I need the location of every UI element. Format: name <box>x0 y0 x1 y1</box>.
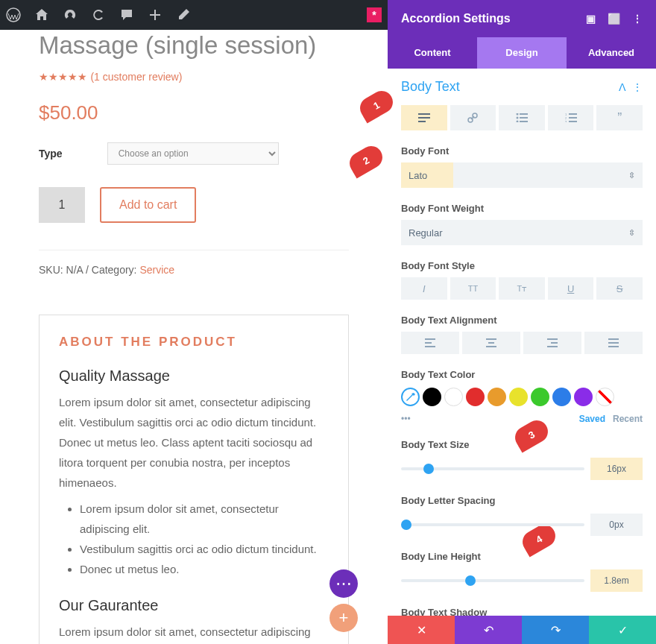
star-rating: ★★★★★ <box>39 71 87 83</box>
align-left[interactable] <box>401 332 459 354</box>
about-heading-2: Our Gaurantee <box>59 597 329 614</box>
product-title: Massage (single session) <box>39 31 349 60</box>
style-italic[interactable]: I <box>401 277 447 300</box>
tab-content[interactable]: Content <box>388 37 477 69</box>
plus-icon[interactable] <box>148 7 163 22</box>
text-type-ul[interactable] <box>499 105 545 130</box>
list-item: Donec ut metus leo. <box>80 559 329 579</box>
review-link[interactable]: (1 customer review) <box>90 71 182 83</box>
edit-icon[interactable] <box>176 7 191 22</box>
cancel-button[interactable]: ✕ <box>388 616 455 644</box>
expand-icon[interactable]: ⬜ <box>608 13 620 25</box>
text-type-row: 123 ” <box>401 105 643 130</box>
add-fab[interactable]: + <box>329 604 358 632</box>
type-select[interactable]: Choose an option <box>107 142 279 165</box>
lineheight-slider[interactable] <box>401 579 584 582</box>
comment-icon[interactable] <box>119 7 134 22</box>
about-text-1: Lorem ipsum dolor sit amet, consectetur … <box>59 392 329 493</box>
spacing-value[interactable]: 0px <box>590 514 643 536</box>
swatch-purple[interactable] <box>574 388 593 406</box>
about-accordion: ABOUT THE PRODUCT Quality Massage Lorem … <box>39 315 349 644</box>
save-button[interactable]: ✓ <box>589 616 656 644</box>
list-item: Vestibulum sagittis orci ac odio dictum … <box>80 539 329 559</box>
svg-rect-15 <box>569 121 577 122</box>
refresh-icon[interactable] <box>91 7 106 22</box>
svg-rect-5 <box>520 113 528 115</box>
size-slider[interactable] <box>401 467 584 470</box>
panel-header: Accordion Settings ▣ ⬜ ⋮ <box>388 0 656 37</box>
swatch-blue[interactable] <box>552 388 571 406</box>
color-label: Body Text Color <box>401 369 643 380</box>
weight-select[interactable]: Regular⇳ <box>401 220 643 245</box>
callout-1: 1 <box>388 87 397 124</box>
svg-text:3: 3 <box>565 120 567 122</box>
style-uppercase[interactable]: TT <box>450 277 496 300</box>
spacing-label: Body Letter Spacing <box>401 495 643 506</box>
tab-advanced[interactable]: Advanced <box>567 37 656 69</box>
section-body-text[interactable]: Body Text ᐱ ⋮ <box>401 79 643 95</box>
svg-rect-11 <box>569 113 577 115</box>
style-smallcaps[interactable]: Tᴛ <box>499 277 545 300</box>
section-more-icon[interactable]: ⋮ <box>632 81 643 93</box>
list-item: Lorem ipsum dolor sit amet, consectetur … <box>80 499 329 539</box>
saved-colors-tab[interactable]: Saved <box>579 414 605 424</box>
text-type-paragraph[interactable] <box>401 105 447 130</box>
swatch-red[interactable] <box>466 388 485 406</box>
svg-rect-13 <box>569 117 577 119</box>
wp-logo-icon[interactable] <box>6 7 21 22</box>
type-label: Type <box>39 148 63 160</box>
chevron-up-icon[interactable]: ᐱ <box>619 81 626 93</box>
style-label: Body Font Style <box>401 260 643 271</box>
svg-point-8 <box>516 121 518 123</box>
recent-colors-tab[interactable]: Recent <box>613 414 643 424</box>
page-content: Massage (single session) ★★★★★ (1 custom… <box>0 30 388 644</box>
spacing-slider[interactable] <box>401 523 584 526</box>
swatch-orange[interactable] <box>488 388 506 406</box>
about-text-2: Lorem ipsum dolor sit amet, consectetur … <box>59 622 329 644</box>
shadow-label: Body Text Shadow <box>401 607 643 616</box>
panel-footer: ✕ ↶ ↷ ✓ <box>388 616 656 644</box>
align-right[interactable] <box>523 332 581 354</box>
text-type-link[interactable] <box>450 105 496 130</box>
color-picker-icon[interactable] <box>401 388 420 406</box>
size-value[interactable]: 16px <box>590 458 643 480</box>
product-price: $50.00 <box>39 101 349 124</box>
svg-rect-9 <box>520 121 528 122</box>
text-type-quote[interactable]: ” <box>596 105 643 130</box>
about-heading-1: Quality Massage <box>59 367 329 385</box>
color-more-icon[interactable]: ••• <box>401 414 411 424</box>
home-icon[interactable] <box>34 7 49 22</box>
align-justify[interactable] <box>584 332 643 354</box>
text-type-ol[interactable]: 123 <box>548 105 594 130</box>
more-icon[interactable]: ⋮ <box>632 13 643 25</box>
quantity-input[interactable] <box>39 187 85 223</box>
wp-admin-bar[interactable]: * <box>0 0 388 30</box>
category-link[interactable]: Service <box>139 264 174 276</box>
redo-button[interactable]: ↷ <box>522 616 589 644</box>
focus-icon[interactable]: ▣ <box>586 13 596 25</box>
weight-label: Body Font Weight <box>401 203 643 214</box>
swatch-green[interactable] <box>531 388 549 406</box>
style-underline[interactable]: U <box>548 277 594 300</box>
svg-point-4 <box>516 113 518 116</box>
swatch-yellow[interactable] <box>509 388 528 406</box>
plugin-badge[interactable]: * <box>367 7 382 22</box>
swatch-white[interactable] <box>444 388 463 406</box>
align-center[interactable] <box>462 332 520 354</box>
lineheight-value[interactable]: 1.8em <box>590 569 643 592</box>
font-label: Body Font <box>401 145 643 157</box>
meter-icon[interactable] <box>63 7 78 22</box>
align-label: Body Text Alignment <box>401 315 643 326</box>
about-title: ABOUT THE PRODUCT <box>59 335 329 350</box>
style-strike[interactable]: S <box>596 277 643 300</box>
settings-fab[interactable]: ⋯ <box>329 569 358 598</box>
panel-tabs: Content Design Advanced <box>388 37 656 69</box>
font-select[interactable]: Lato⇳ <box>401 162 643 188</box>
undo-button[interactable]: ↶ <box>455 616 522 644</box>
svg-rect-7 <box>520 117 528 119</box>
swatch-black[interactable] <box>423 388 441 406</box>
swatch-none[interactable] <box>596 388 614 406</box>
divi-settings-panel: Accordion Settings ▣ ⬜ ⋮ Content Design … <box>388 0 656 644</box>
tab-design[interactable]: Design <box>477 37 567 69</box>
add-to-cart-button[interactable]: Add to cart <box>100 187 196 223</box>
